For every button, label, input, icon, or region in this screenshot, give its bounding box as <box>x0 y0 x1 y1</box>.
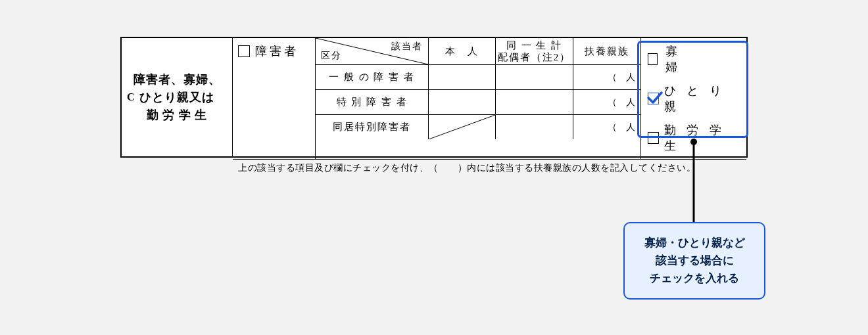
header-honnin: 本 人 <box>429 38 496 64</box>
row-special-spouse[interactable] <box>496 90 573 114</box>
callout-line1: 寡婦・ひとり親など <box>633 234 756 252</box>
header-kubun: 該当者 区分 <box>316 38 429 64</box>
section-title-line2: ひとり親又は <box>133 89 221 106</box>
row-general-honnin[interactable] <box>429 65 496 89</box>
row-cohabit-dependents[interactable]: （ 人 <box>573 115 640 139</box>
check-icon <box>646 89 663 106</box>
svg-point-3 <box>690 139 697 145</box>
header-right-text: 該当者 <box>391 41 423 53</box>
category-table: 該当者 区分 本 人 同 一 生 計配偶者（注2） 扶養親族 一 般 の 障 害… <box>316 38 641 159</box>
widow-label: 寡 婦 <box>663 43 740 75</box>
row-cohabit-label: 同居特別障害者 <box>316 115 429 139</box>
row-special-label: 特 別 障 害 者 <box>316 90 429 114</box>
row-special-honnin[interactable] <box>429 90 496 114</box>
row-general-label: 一 般 の 障 害 者 <box>316 65 429 89</box>
disabled-checkbox-area: 障害者 <box>233 38 316 159</box>
disabled-checkbox-label: 障害者 <box>255 43 299 59</box>
single-parent-row: ひ と り 親 <box>648 83 740 114</box>
callout-line3: チェックを入れる <box>633 269 756 287</box>
row-general-dependents[interactable]: （ 人 <box>573 65 640 89</box>
callout-leader-line <box>684 138 704 223</box>
footnote: 上の該当する項目及び欄にチェックを付け、（ ）内には該当する扶養親族の人数を記入… <box>233 159 746 177</box>
row-cohabit-spouse[interactable] <box>496 115 573 139</box>
callout-box: 寡婦・ひとり親など 該当する場合に チェックを入れる <box>623 222 765 300</box>
header-spouse: 同 一 生 計配偶者（注2） <box>496 38 573 64</box>
row-special-dependents[interactable]: （ 人 <box>573 90 640 114</box>
widow-checkbox[interactable] <box>648 53 658 65</box>
svg-line-1 <box>429 115 495 139</box>
widow-row: 寡 婦 <box>648 43 740 75</box>
student-checkbox[interactable] <box>648 132 659 144</box>
header-left-text: 区分 <box>321 50 342 62</box>
row-general-spouse[interactable] <box>496 65 573 89</box>
section-marker: C <box>127 89 135 105</box>
callout-line2: 該当する場合に <box>633 252 756 269</box>
section-title-line1: 障害者、寡婦、 <box>133 71 221 89</box>
single-parent-checkbox[interactable] <box>648 93 659 104</box>
section-title: C 障害者、寡婦、 ひとり親又は 勤 労 学 生 <box>122 38 233 156</box>
section-title-line3: 勤 労 学 生 <box>133 106 221 124</box>
disabled-checkbox[interactable] <box>238 45 250 57</box>
row-cohabit-honnin-na <box>429 115 496 139</box>
form-section-c: C 障害者、寡婦、 ひとり親又は 勤 労 学 生 障害者 該当者 区分 本 人 <box>120 37 748 158</box>
header-dependents: 扶養親族 <box>573 38 640 64</box>
single-parent-label: ひ と り 親 <box>664 83 740 114</box>
